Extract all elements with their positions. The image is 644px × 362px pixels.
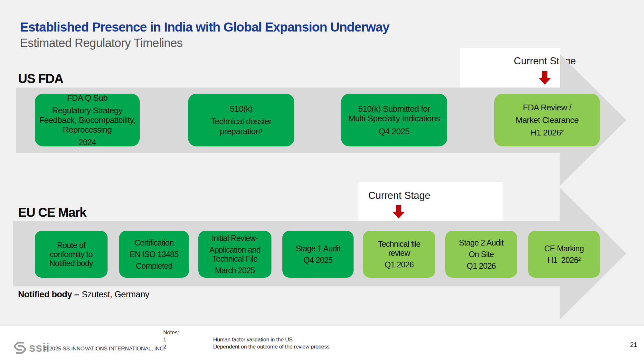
stage-text-line: Q1 2026 — [384, 260, 413, 269]
stage-box-eu-stage2-audit: Stage 2 AuditOn SiteQ1 2026 — [445, 231, 517, 278]
footer: ssii © 2025 SS INNOVATIONS INTERNATIONAL… — [0, 326, 644, 362]
notified-body-value: Szutest, Germany — [82, 290, 149, 299]
notes-heading: Notes: — [163, 330, 179, 336]
stage-text-line: Certification — [135, 238, 174, 247]
notified-body-line: Notified body –Szutest, Germany — [18, 290, 149, 300]
stage-text-line: Q4 2025 — [303, 255, 332, 265]
stage-text-line: Initial Review- — [212, 234, 258, 243]
stage-text-line: H1 2026² — [547, 255, 581, 265]
stage-text-line: Route of conformity to Notified body — [49, 241, 93, 268]
stage-text-line: 510(k) — [230, 104, 252, 114]
stage-text-line: FDA Q Sub — [67, 93, 108, 103]
stage-text-line: On Site — [469, 250, 494, 259]
current-stage-down-arrow-icon-us — [539, 71, 551, 85]
stage-text-line: 2024 — [78, 137, 96, 147]
note-ref-2: 2 — [163, 344, 166, 350]
stage-text-line: CE Marking — [544, 244, 584, 253]
page-title: Established Presence in India with Globa… — [20, 20, 389, 34]
copyright-text: © 2025 SS INNOVATIONS INTERNATIONAL, INC… — [44, 346, 165, 352]
stage-text-line: Technical file review — [378, 239, 421, 258]
stage-box-eu-ce-marking: CE MarkingH1 2026² — [528, 231, 600, 278]
stage-box-eu-stage1-audit: Stage 1 AuditQ4 2025 — [282, 231, 354, 278]
arrow-head — [539, 78, 551, 85]
page-subtitle: Estimated Regulatory Timelines — [20, 36, 183, 50]
current-stage-down-arrow-icon-eu — [393, 205, 405, 218]
page-number: 21 — [624, 341, 643, 348]
stage-box-us-510k-submitted: 510(k) Submitted for Multi-Specialty Ind… — [341, 94, 447, 146]
stage-text-line: EN ISO 13485 — [130, 250, 179, 259]
stage-text-line: Market Clearance — [516, 115, 579, 125]
stage-text-line: Stage 1 Audit — [296, 244, 340, 253]
stage-box-eu-initial-review: Initial Review-Application and Technical… — [198, 231, 271, 278]
stage-box-eu-tech-file-review: Technical file reviewQ1 2026 — [363, 231, 435, 278]
section-heading-us-fda: US FDA — [18, 71, 63, 86]
stage-text-line: Technical dossier preparation¹ — [211, 116, 271, 136]
stage-box-us-fda-qsub: FDA Q SubRegulatory Strategy Feedback, B… — [35, 94, 140, 146]
stage-text-line: March 2025 — [215, 266, 255, 275]
stage-box-eu-route-conformity: Route of conformity to Notified body — [35, 231, 108, 278]
stage-box-us-510k-dossier: 510(k)Technical dossier preparation¹ — [188, 94, 294, 146]
section-heading-eu-ce-mark: EU CE Mark — [18, 205, 86, 220]
stage-text-line: FDA Review / — [523, 103, 571, 112]
stage-box-us-fda-review: FDA Review /Market ClearanceH1 2026² — [494, 94, 600, 146]
stage-text-line: H1 2026² — [531, 128, 564, 137]
stage-text-line: Stage 2 Audit — [459, 238, 503, 247]
arrow-shaft — [542, 71, 547, 78]
note-text-1: Human factor validation in the US — [213, 337, 293, 343]
ssii-logo-icon — [13, 340, 27, 355]
stage-text-line: Q4 2025 — [379, 126, 410, 136]
stage-text-line: Completed — [136, 261, 173, 270]
current-stage-label-eu: Current Stage — [351, 190, 448, 201]
note-ref-1: 1 — [163, 337, 166, 343]
slide: Established Presence in India with Globa… — [0, 0, 644, 362]
note-text-2: Dependent on the outcome of the review p… — [213, 344, 329, 350]
stage-box-eu-certification: CertificationEN ISO 13485Completed — [119, 231, 189, 278]
stage-text-line: Application and Technical File — [209, 245, 260, 264]
stage-text-line: Regulatory Strategy Feedback, Biocompati… — [39, 106, 135, 135]
current-stage-panel-eu — [358, 182, 503, 221]
arrow-shaft — [396, 205, 401, 212]
stage-text-line: Q1 2026 — [467, 261, 496, 270]
stage-text-line: 510(k) Submitted for Multi-Specialty Ind… — [348, 104, 440, 123]
notified-body-label: Notified body – — [18, 290, 79, 299]
arrow-head — [393, 212, 405, 218]
